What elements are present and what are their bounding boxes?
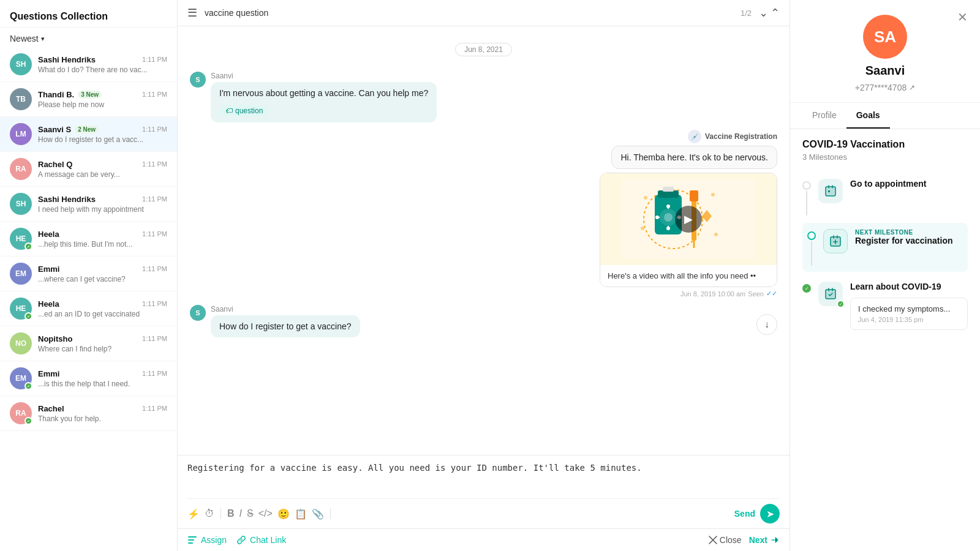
italic-icon[interactable]: I [239,508,242,519]
contact-info: Saanvi S2 New1:11 PMHow do I register to… [38,125,167,144]
search-count: 1/2 [741,9,752,18]
milestone-content-3: Learn about COVID-19 I checked my sympto… [850,282,968,330]
sidebar-filter[interactable]: Newest ▾ [0,28,177,47]
contact-info: Rachel Q1:11 PMA message can be very... [38,160,167,179]
svg-point-11 [666,204,670,208]
milestone-icon-1 [818,179,843,203]
contact-info: Nopitsho1:11 PMWhere can I find help? [38,334,167,353]
contact-preview: How do I register to get a vacc... [38,135,167,144]
assign-icon [187,535,197,545]
attachment-icon[interactable]: 📎 [312,508,324,520]
svg-rect-25 [188,542,193,544]
sender-avatar-saanvi: S [190,72,206,88]
contact-name: Sashi Hendriks [38,195,96,204]
contact-item[interactable]: RA✓Rachel1:11 PMThank you for help. [0,396,177,431]
contact-preview: What do I do? There are no vac... [38,66,167,74]
contact-item[interactable]: RARachel Q1:11 PMA message can be very..… [0,152,177,187]
clock-icon[interactable]: ⏱ [205,508,214,519]
search-next-button[interactable]: ⌃ [771,6,780,20]
done-check-icon: ✓ [837,300,845,308]
video-card[interactable]: ▶ Here's a video with all the info you n… [600,173,777,287]
next-arrow-icon [770,535,780,545]
emoji-icon[interactable]: 🙂 [277,508,290,520]
chat-link-button[interactable]: Chat Link [236,535,286,545]
profile-phone: +277****4708 ↗ [855,83,915,92]
tab-profile[interactable]: Profile [802,103,846,129]
search-prev-button[interactable]: ⌄ [759,6,768,20]
contact-preview: A message can be very... [38,170,167,179]
send-button[interactable]: ➤ [760,504,780,523]
note-icon[interactable]: 📋 [295,508,307,520]
milestone-icon-2 [823,229,848,253]
contact-time: 1:11 PM [142,195,167,203]
close-button[interactable]: Close [709,535,742,545]
goals-subtitle: 3 Milestones [802,152,968,162]
svg-point-6 [664,213,673,222]
send-label[interactable]: Send [734,509,755,519]
contact-name: Rachel [38,404,64,413]
message-time-2: Jun 8, 2019 10:00 am [680,290,745,298]
contact-name: Sashi Hendriks [38,55,96,64]
contact-item[interactable]: EMEmmi1:11 PM...where can I get vaccine? [0,257,177,291]
contact-avatar: HE✓ [10,298,32,320]
assign-label: Assign [201,535,227,545]
video-caption: Here's a video with all the info you nee… [600,265,777,287]
contact-avatar: NO [10,332,32,354]
agent-text: Hi. Themba here. It's ok to be nervous. [620,152,768,162]
contact-item[interactable]: NONopitsho1:11 PMWhere can I find help? [0,326,177,361]
contact-item[interactable]: SHSashi Hendriks1:11 PMI need help with … [0,187,177,222]
menu-icon[interactable]: ☰ [187,6,197,20]
milestone-name-2: Register for vaccination [855,236,963,246]
assign-button[interactable]: Assign [187,535,227,545]
profile-avatar: SA [863,15,907,59]
svg-rect-30 [828,190,830,192]
messages-area: Jun 8, 2021 S Saanvi I'm nervous about g… [178,26,790,455]
compose-input[interactable]: Registering for a vaccine is easy. All y… [187,463,780,493]
new-badge: 3 New [78,91,102,99]
svg-point-22 [714,233,718,236]
agent-icon: 💉 [688,130,701,143]
milestone-dot-1 [802,181,811,190]
goals-title: COVID-19 Vaccination [802,139,968,150]
contact-item[interactable]: EM✓Emmi1:11 PM...is this the help that I… [0,361,177,396]
scroll-down-button[interactable]: ↓ [756,314,777,335]
contact-time: 1:11 PM [142,160,167,168]
message-1-body: Saanvi I'm nervous about getting a vacci… [211,72,437,122]
contact-item[interactable]: LMSaanvi S2 New1:11 PMHow do I register … [0,117,177,152]
close-icon [709,536,717,544]
video-thumbnail: ▶ [600,173,777,265]
milestone-item-2: NEXT MILESTONE Register for vaccination [802,223,968,272]
contact-time: 1:11 PM [142,230,167,238]
tag-icon: 🏷 [225,107,233,115]
strikethrough-icon[interactable]: S [247,508,254,519]
video-play-button[interactable]: ▶ [675,206,702,233]
contact-avatar: RA✓ [10,402,32,424]
note-text: I checked my symptoms... [858,304,960,313]
code-icon[interactable]: </> [258,508,273,519]
date-label: Jun 8, 2021 [455,43,512,56]
register-icon [829,234,842,248]
appointment-icon [824,184,837,198]
external-link-icon[interactable]: ↗ [909,83,915,92]
contact-item[interactable]: TBThandi B.3 New1:11 PMPlease help me no… [0,82,177,117]
date-divider: Jun 8, 2021 [190,43,777,54]
milestone-content-1: Go to appointment [850,179,968,189]
next-button[interactable]: Next [749,535,780,545]
search-input[interactable] [205,8,733,18]
agent-section: 💉 Vaccine Registration Hi. Themba here. … [600,130,777,298]
tab-goals[interactable]: Goals [846,103,890,129]
contact-item[interactable]: HE✓Heela1:11 PM...help this time. But I'… [0,222,177,257]
milestone-content-2: NEXT MILESTONE Register for vaccination [855,229,963,246]
agent-name: Vaccine Registration [705,132,777,141]
bold-icon[interactable]: B [227,508,235,519]
bolt-icon[interactable]: ⚡ [187,508,200,520]
contact-time: 1:11 PM [142,300,167,307]
contact-avatar: HE✓ [10,228,32,250]
contact-item[interactable]: SHSashi Hendriks1:11 PMWhat do I do? The… [0,47,177,82]
contact-info: Emmi1:11 PM...where can I get vaccine? [38,264,167,283]
sender-name-1: Saanvi [211,72,437,80]
message-row-3: S Saanvi How do I register to get a vacc… [190,305,777,337]
contact-item[interactable]: HE✓Heela1:11 PM...ed an an ID to get vac… [0,291,177,326]
contact-info: Sashi Hendriks1:11 PMI need help with my… [38,195,167,214]
agent-header: 💉 Vaccine Registration [688,130,777,143]
